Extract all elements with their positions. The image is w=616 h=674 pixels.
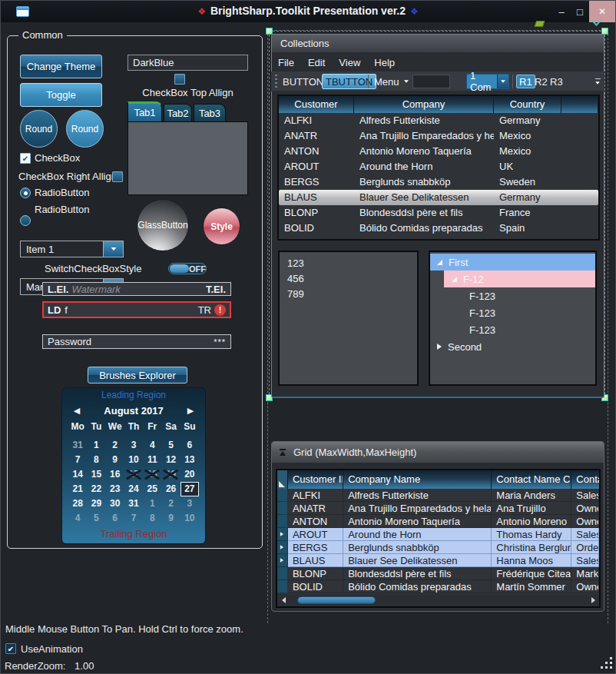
- toolbar-combobox[interactable]: 1 Com: [466, 74, 509, 89]
- calendar-day[interactable]: 6: [180, 438, 199, 453]
- row-header-selected[interactable]: [277, 541, 288, 554]
- round-button-2[interactable]: Round: [66, 110, 104, 148]
- calendar-prev-button[interactable]: ◀: [68, 406, 85, 416]
- calendar-day[interactable]: 28: [68, 496, 87, 511]
- listview-row[interactable]: AROUT Around the Horn UK: [279, 159, 598, 174]
- column-header-company[interactable]: Company: [354, 96, 494, 113]
- brushes-explorer-button[interactable]: Brushes Explorer: [88, 367, 187, 383]
- row-header[interactable]: [277, 489, 288, 502]
- listbox-item[interactable]: 789: [280, 287, 417, 302]
- use-animation-checkbox[interactable]: ✔: [5, 643, 16, 654]
- calendar-day[interactable]: 5: [87, 511, 105, 526]
- column-header-contact-title[interactable]: Contact Title: [571, 470, 599, 489]
- watermark-textbox[interactable]: L.EI. Watermark T.EI.: [42, 282, 231, 296]
- menu-help[interactable]: Help: [367, 57, 402, 68]
- menu-view[interactable]: View: [332, 57, 367, 68]
- style-button[interactable]: Style: [203, 208, 240, 245]
- calendar-month-title[interactable]: August 2017: [85, 405, 182, 417]
- menu-file[interactable]: File: [271, 57, 301, 68]
- calendar-day[interactable]: 7: [68, 453, 87, 467]
- collapse-icon[interactable]: [280, 449, 287, 457]
- checkbox-right-align[interactable]: [112, 171, 123, 182]
- row-header[interactable]: [277, 502, 288, 515]
- listbox-item[interactable]: 123: [280, 256, 417, 271]
- toolbar-radio-r3[interactable]: R3: [548, 75, 565, 88]
- calendar-day[interactable]: 21: [68, 482, 87, 496]
- tree-item-f123[interactable]: F-123: [430, 287, 595, 304]
- tab-tab2[interactable]: Tab2: [164, 104, 192, 121]
- listview-row-selected[interactable]: BLAUS Blauer See Delikatessen Germany: [279, 190, 598, 205]
- column-header-customer[interactable]: Customer: [279, 96, 354, 113]
- calendar-day[interactable]: 31: [124, 496, 143, 511]
- listview-row[interactable]: ANTON Antonio Moreno Taquería Mexico: [279, 144, 598, 159]
- calendar-day[interactable]: 23: [106, 482, 124, 496]
- toolbar-textbox[interactable]: [412, 75, 450, 88]
- tab-tab3[interactable]: Tab3: [194, 104, 226, 121]
- tree-item-f123[interactable]: F-123: [430, 321, 595, 338]
- tree-item-f12[interactable]: F-12: [444, 271, 595, 287]
- datagrid-row[interactable]: ALFKI Alfreds Futterkiste Maria Anders S…: [277, 489, 599, 502]
- resize-grip[interactable]: [601, 657, 612, 669]
- calendar-day[interactable]: 6: [106, 511, 124, 526]
- calendar-day[interactable]: 8: [143, 511, 161, 526]
- listview-row[interactable]: ALFKI Alfreds Futterkiste Germany: [279, 113, 598, 128]
- combobox-item[interactable]: Item 1: [20, 241, 124, 257]
- column-header-contact-name[interactable]: Contact Name CN: [492, 470, 571, 489]
- calendar-day[interactable]: 12: [161, 453, 180, 467]
- switch-thumb[interactable]: [170, 264, 189, 273]
- row-header[interactable]: [277, 515, 288, 528]
- calendar-day[interactable]: 10: [180, 511, 199, 526]
- row-header-selected[interactable]: [277, 554, 288, 567]
- datagrid-row[interactable]: BOLID Bólido Comidas preparadas Martín S…: [277, 580, 599, 593]
- column-header-customer-id[interactable]: Customer ID: [288, 470, 343, 489]
- calendar-day[interactable]: 2: [161, 496, 180, 511]
- tree-item-f123[interactable]: F-123: [430, 304, 595, 321]
- datagrid-row[interactable]: BLONP Blondesddsl père et fils Frédériqu…: [277, 567, 599, 580]
- calendar-next-button[interactable]: ▶: [182, 406, 199, 416]
- column-header-company-name[interactable]: Company Name: [343, 470, 492, 489]
- expander-expanded-icon[interactable]: [452, 277, 457, 282]
- calendar-day[interactable]: 2: [106, 438, 124, 453]
- expander-expanded-icon[interactable]: [437, 260, 442, 265]
- calendar-day[interactable]: 25: [143, 482, 161, 496]
- expander-collapsed-icon[interactable]: [437, 344, 442, 350]
- glass-button[interactable]: GlassButton: [137, 199, 189, 251]
- horizontal-scrollbar[interactable]: [277, 594, 599, 606]
- datagrid-row-selected[interactable]: BERGS Berglunds snabbköp Christina Bergl…: [277, 541, 599, 554]
- maximize-button[interactable]: □: [571, 1, 589, 22]
- calendar-day[interactable]: 11: [143, 453, 161, 467]
- calendar-day[interactable]: 31: [68, 438, 87, 453]
- datagrid-row-selected[interactable]: AROUT Around the Horn Thomas Hardy Sales…: [277, 528, 599, 541]
- theme-name-field[interactable]: DarkBlue: [128, 55, 248, 71]
- row-header[interactable]: [277, 580, 288, 593]
- calendar-day[interactable]: 13: [180, 453, 199, 467]
- calendar-day[interactable]: 8: [87, 453, 105, 467]
- calendar-day[interactable]: 22: [87, 482, 105, 496]
- listbox-item[interactable]: 456: [280, 271, 417, 287]
- toggle-button[interactable]: Toggle: [20, 83, 102, 107]
- select-all-corner[interactable]: [277, 470, 288, 489]
- calendar-day[interactable]: 24: [124, 482, 143, 496]
- grid-expander-header[interactable]: Grid (MaxWidth,MaxHeight): [272, 442, 604, 463]
- menu-edit[interactable]: Edit: [301, 57, 332, 68]
- calendar-day[interactable]: 4: [68, 511, 87, 526]
- calendar-day[interactable]: 20: [180, 467, 199, 482]
- calendar-day[interactable]: 30: [106, 496, 124, 511]
- tree-item-first[interactable]: First: [430, 254, 595, 271]
- calendar-day[interactable]: 14: [68, 467, 87, 482]
- radio-button-2[interactable]: [20, 215, 31, 226]
- minimize-button[interactable]: –: [552, 1, 571, 22]
- calendar-day[interactable]: 26: [161, 482, 180, 496]
- calendar-day[interactable]: 9: [106, 453, 124, 467]
- checkbox-top-align[interactable]: [174, 74, 185, 85]
- checkbox-checked[interactable]: ✔: [20, 153, 31, 164]
- calendar-day-selected[interactable]: 27: [180, 482, 199, 496]
- calendar-day[interactable]: 10: [124, 453, 143, 467]
- datagrid-row-selected[interactable]: BLAUS Blauer See Delikatessen Hanna Moos…: [277, 554, 599, 567]
- calendar-day[interactable]: 3: [180, 496, 199, 511]
- radio-button-1[interactable]: [20, 188, 31, 198]
- switch-checkbox[interactable]: OFF: [168, 263, 207, 274]
- toolbar-button[interactable]: BUTTON: [281, 71, 325, 91]
- round-button-1[interactable]: Round: [20, 110, 58, 148]
- calendar-day[interactable]: 7: [124, 511, 143, 526]
